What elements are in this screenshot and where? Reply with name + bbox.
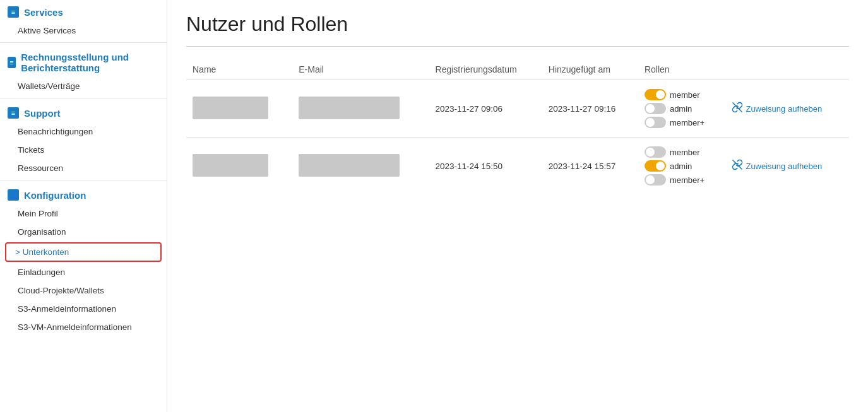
name-placeholder-1: [193, 97, 268, 119]
table-header-row: Name E-Mail Registrierungsdatum Hinzugef…: [186, 59, 849, 80]
sidebar-divider-2: [0, 98, 167, 98]
role-row-member-1: member: [645, 89, 720, 100]
unassign-label-2: Zuweisung aufheben: [746, 162, 822, 171]
rechnungsstellung-icon: ≡: [8, 57, 16, 68]
cell-roles-1: member admin member+: [638, 80, 726, 138]
role-row-admin-2: admin: [645, 160, 720, 172]
role-row-member-plus-2: member+: [645, 174, 720, 185]
main-content: Nutzer und Rollen Name E-Mail Registrier…: [167, 0, 868, 412]
sidebar-section-services[interactable]: ≡ Services: [0, 0, 167, 21]
konfiguration-icon: 👤: [8, 189, 19, 201]
sidebar-item-aktive-services[interactable]: Aktive Services: [0, 21, 167, 40]
sidebar-item-s3-vm-anmeldeinformationen[interactable]: S3-VM-Anmeldeinformationen: [0, 318, 167, 336]
role-row-admin-1: admin: [645, 103, 720, 114]
sidebar-section-rechnungsstellung-label: Rechnungsstellung und Berichterstattung: [21, 52, 159, 73]
sidebar-section-support-label: Support: [24, 108, 61, 119]
toggle-member-2[interactable]: [645, 146, 666, 158]
sidebar-item-mein-profil[interactable]: Mein Profil: [0, 204, 167, 223]
role-label-member-plus-2: member+: [670, 175, 705, 185]
cell-name-1: [186, 80, 292, 138]
cell-reg-date-2: 2023-11-24 15:50: [429, 138, 542, 195]
sidebar-item-ressourcen[interactable]: Ressourcen: [0, 159, 167, 177]
cell-actions-2: Zuweisung aufheben: [725, 138, 849, 195]
sidebar-divider-3: [0, 180, 167, 180]
col-email: E-Mail: [292, 59, 429, 80]
main-divider: [186, 46, 849, 47]
cell-added-date-2: 2023-11-24 15:57: [542, 138, 638, 195]
sidebar-item-s3-anmeldeinformationen[interactable]: S3-Anmeldeinformationen: [0, 300, 167, 318]
sidebar-item-einladungen[interactable]: Einladungen: [0, 263, 167, 281]
cell-actions-1: Zuweisung aufheben: [725, 80, 849, 138]
unassign-label-1: Zuweisung aufheben: [746, 104, 822, 114]
cell-added-date-1: 2023-11-27 09:16: [542, 80, 638, 138]
roles-col-1: member admin member+: [645, 89, 720, 128]
actions-col-1: Zuweisung aufheben: [732, 102, 843, 115]
role-label-member-1: member: [670, 90, 700, 100]
role-label-member-2: member: [670, 148, 700, 157]
roles-col-2: member admin member+: [645, 146, 720, 185]
users-table: Name E-Mail Registrierungsdatum Hinzugef…: [186, 59, 849, 194]
sidebar-section-konfiguration-label: Konfiguration: [24, 190, 86, 201]
email-placeholder-2: [299, 154, 400, 177]
toggle-member-1[interactable]: [645, 89, 666, 100]
unassign-link-2[interactable]: Zuweisung aufheben: [732, 159, 822, 173]
toggle-member-plus-1[interactable]: [645, 117, 666, 128]
sidebar-section-konfiguration[interactable]: 👤 Konfiguration: [0, 183, 167, 204]
toggle-admin-1[interactable]: [645, 103, 666, 114]
sidebar-item-organisation[interactable]: Organisation: [0, 223, 167, 241]
services-icon: ≡: [8, 6, 19, 18]
cell-email-2: [292, 138, 429, 195]
email-placeholder-1: [299, 97, 400, 119]
cell-roles-2: member admin member+: [638, 138, 726, 195]
support-icon: ≡: [8, 107, 19, 119]
col-added-date: Hinzugefügt am: [542, 59, 638, 80]
sidebar-item-wallets-vertraege[interactable]: Wallets/Verträge: [0, 77, 167, 95]
cell-email-1: [292, 80, 429, 138]
sidebar-item-unterkonten[interactable]: > Unterkonten: [5, 242, 162, 262]
unassign-icon-1: [732, 102, 743, 115]
sidebar-section-services-label: Services: [24, 7, 63, 18]
sidebar-section-support[interactable]: ≡ Support: [0, 101, 167, 122]
name-placeholder-2: [193, 154, 268, 177]
sidebar: ≡ Services Aktive Services ≡ Rechnungsst…: [0, 0, 167, 412]
toggle-member-plus-2[interactable]: [645, 174, 666, 185]
col-actions: [725, 59, 849, 80]
toggle-admin-2[interactable]: [645, 160, 666, 172]
unassign-icon-2: [732, 159, 743, 173]
actions-col-2: Zuweisung aufheben: [732, 159, 843, 173]
table-row: 2023-11-24 15:50 2023-11-24 15:57 member…: [186, 138, 849, 195]
role-row-member-plus-1: member+: [645, 117, 720, 128]
col-name: Name: [186, 59, 292, 80]
role-label-admin-2: admin: [670, 162, 692, 171]
col-roles: Rollen: [638, 59, 726, 80]
cell-name-2: [186, 138, 292, 195]
sidebar-item-tickets[interactable]: Tickets: [0, 141, 167, 159]
cell-reg-date-1: 2023-11-27 09:06: [429, 80, 542, 138]
role-label-admin-1: admin: [670, 104, 692, 114]
table-row: 2023-11-27 09:06 2023-11-27 09:16 member…: [186, 80, 849, 138]
role-label-member-plus-1: member+: [670, 118, 705, 127]
sidebar-item-cloud-projekte-wallets[interactable]: Cloud-Projekte/Wallets: [0, 281, 167, 300]
sidebar-section-rechnungsstellung[interactable]: ≡ Rechnungsstellung und Berichterstattun…: [0, 45, 167, 77]
unassign-link-1[interactable]: Zuweisung aufheben: [732, 102, 822, 115]
col-reg-date: Registrierungsdatum: [429, 59, 542, 80]
sidebar-divider-1: [0, 42, 167, 43]
sidebar-item-benachrichtigungen[interactable]: Benachrichtigungen: [0, 122, 167, 141]
role-row-member-2: member: [645, 146, 720, 158]
page-title: Nutzer und Rollen: [186, 13, 849, 36]
